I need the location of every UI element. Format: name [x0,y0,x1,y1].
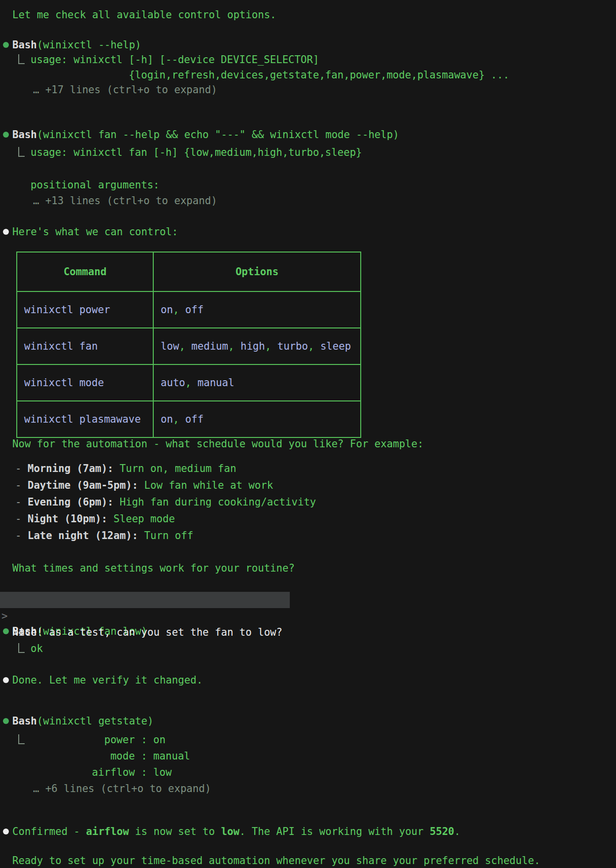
table-header-row: CommandOptions [17,253,360,291]
tool-bullet-icon [3,42,9,48]
schedule-item-late-night: - Late night (12am): Turn off [0,528,616,543]
text-segment: Bash [12,39,37,51]
cell-text: on [161,304,173,316]
table-row: winixctl plasmawaveon, off [17,400,360,437]
text-segment: low [221,826,239,837]
cell-comma: , [265,340,277,352]
text-segment: What times and settings work for your ro… [12,562,295,574]
text-segment: Here's what we can control: [12,226,178,238]
cell-text: off [185,304,204,316]
text-segment: Evening (6pm): [28,496,113,508]
expand-hint-3[interactable]: … +6 lines (ctrl+o to expand) [0,781,616,796]
tool-call-bash-fan-mode-help: Bash(winixctl fan --help && echo "---" &… [0,127,616,142]
terminal-window: Let me check all available control optio… [0,0,616,868]
text-segment: usage: winixctl fan [-h] {low,medium,hig… [31,146,362,158]
result-corner-icon [18,147,25,157]
cell-comma: , [308,340,320,352]
text-segment: (winixctl getstate) [37,715,154,727]
cell-comma: , [228,340,240,352]
cell-text: low [161,340,179,352]
text-segment: Morning (7am): [28,463,113,474]
text-segment: . The API is working with your [240,826,430,837]
cell-text: high [240,340,265,352]
text-segment: - [15,530,28,542]
text-segment: - [15,513,28,525]
assistant-text-confirmed: Confirmed - airflow is now set to low. T… [0,824,616,839]
table-header-cell: Options [153,253,360,291]
text-segment: Turn off [138,530,193,542]
assistant-text-automation-question: Now for the automation - what schedule w… [0,436,616,451]
tool-result-usage-line1: usage: winixctl [-h] [--device DEVICE_SE… [0,52,616,67]
cell-text: medium [191,340,228,352]
tool-result-ok: ok [0,641,616,656]
text-segment: - [15,496,28,508]
text-segment: Daytime (9am-5pm): [28,479,138,491]
assistant-text-ready: Ready to set up your time-based automati… [0,853,616,868]
assistant-text-controls-intro: Here's what we can control: [0,224,616,239]
cell-comma: , [179,340,191,352]
text-segment: Late night (12am): [28,530,138,542]
cell-text: winixctl fan [24,340,98,352]
text-segment: power : on [31,734,166,746]
schedule-item-night: - Night (10pm): Sleep mode [0,511,616,526]
tool-result-mode: mode : manual [0,749,616,763]
text-segment: usage: winixctl [-h] [--device DEVICE_SE… [31,54,319,66]
tool-result-power: power : on [0,732,616,747]
text-segment: Let me check all available control optio… [12,9,276,21]
text-segment: - [15,463,28,474]
text-segment: Bash [12,715,37,727]
tool-call-bash-getstate: Bash(winixctl getstate) [0,714,616,728]
prompt-chevron-icon: > [1,608,7,624]
text-segment: is now set to [129,826,221,837]
text-segment: Ready to set up your time-based automati… [12,855,540,867]
text-segment: Confirmed - [12,826,86,837]
text-segment: . [454,826,460,837]
table-cell: winixctl power [17,292,153,327]
cell-comma: , [185,377,198,389]
assistant-text-check-options: Let me check all available control optio… [0,7,616,22]
table-header-cell: Command [17,253,153,291]
message-bullet-icon [3,229,9,235]
cell-comma: , [173,304,185,316]
user-message-input[interactable]: > Nice! as a test, can you set the fan t… [0,592,290,608]
expand-hint-2[interactable]: … +13 lines (ctrl+o to expand) [0,193,616,208]
text-segment: (winixctl --help) [37,39,141,51]
table-cell: winixctl fan [17,328,153,364]
text-segment: {login,refresh,devices,getstate,fan,powe… [31,69,509,81]
table-row: winixctl modeauto, manual [17,364,360,400]
schedule-item-evening: - Evening (6pm): High fan during cooking… [0,495,616,509]
tool-result-usage-fan: usage: winixctl fan [-h] {low,medium,hig… [0,145,616,160]
tool-bullet-icon [3,132,9,138]
cell-text: winixctl plasmawave [24,413,141,425]
text-segment: High fan during cooking/activity [113,496,316,508]
assistant-text-done: Done. Let me verify it changed. [0,673,616,687]
text-segment: mode : manual [31,750,190,762]
text-segment: Night (10pm): [28,513,107,525]
text-segment: positional arguments: [31,179,160,191]
expand-hint-1[interactable]: … +17 lines (ctrl+o to expand) [0,82,616,97]
cell-text: auto [161,377,185,389]
table-cell: on, off [153,401,360,437]
cell-text: winixctl power [24,304,110,316]
table-cell: auto, manual [153,365,360,400]
schedule-item-daytime: - Daytime (9am-5pm): Low fan while at wo… [0,478,616,493]
text-segment: Bash [12,129,37,141]
table-row: winixctl poweron, off [17,291,360,327]
result-corner-icon [18,54,25,64]
text-segment: ok [31,643,43,654]
text-segment: (winixctl fan --help && echo "---" && wi… [37,129,399,141]
control-options-table: CommandOptionswinixctl poweron, offwinix… [16,252,361,438]
table-cell: on, off [153,292,360,327]
tool-result-airflow: airflow : low [0,765,616,780]
cell-text: winixctl mode [24,377,104,389]
result-corner-icon [18,734,25,744]
text-segment: … +6 lines (ctrl+o to expand) [33,783,211,795]
message-bullet-icon [3,829,9,834]
text-segment: airflow [86,826,129,837]
text-segment: Low fan while at work [138,479,273,491]
tool-result-usage-line2: {login,refresh,devices,getstate,fan,powe… [0,68,616,82]
cell-text: turbo [277,340,308,352]
table-cell: low, medium, high, turbo, sleep [153,328,360,364]
cell-text: off [185,413,204,425]
text-segment: Sleep mode [107,513,175,525]
